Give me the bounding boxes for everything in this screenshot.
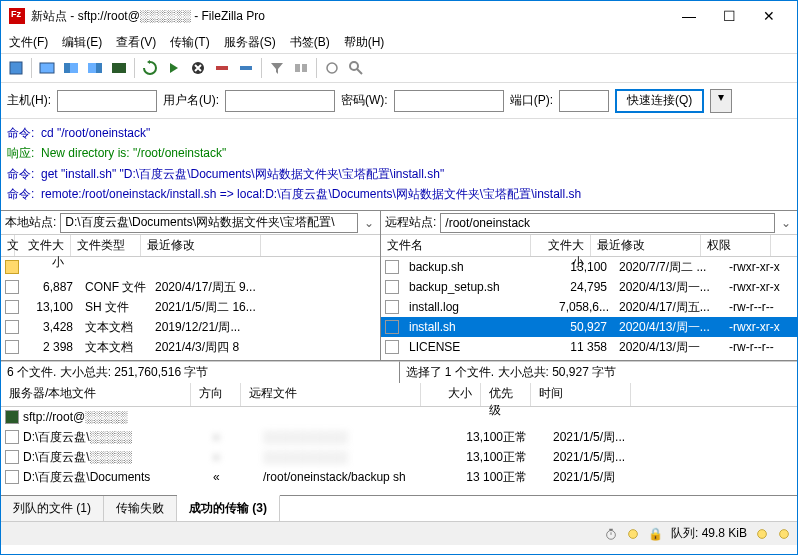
menu-edit[interactable]: 编辑(E): [58, 32, 106, 53]
list-item: backup.sh13,1002020/7/7/周二 ...-rwxr-xr-x: [381, 257, 797, 277]
queue-site-row[interactable]: sftp://root@░░░░░: [1, 407, 797, 427]
menu-view[interactable]: 查看(V): [112, 32, 160, 53]
menu-bookmarks[interactable]: 书签(B): [286, 32, 334, 53]
remote-file-list[interactable]: backup.sh13,1002020/7/7/周二 ...-rwxr-xr-x…: [381, 257, 797, 360]
file-icon: [385, 320, 399, 334]
timer-icon: [604, 527, 618, 541]
local-path-dropdown[interactable]: ⌄: [362, 216, 376, 230]
refresh-icon[interactable]: [139, 57, 161, 79]
queue-item[interactable]: D:\百度云盘\░░░░░«░░░░░░░░░░13,100正常2021/1/5…: [1, 427, 797, 447]
toggle-log-icon[interactable]: [36, 57, 58, 79]
disconnect-icon[interactable]: [211, 57, 233, 79]
user-label: 用户名(U):: [163, 92, 219, 109]
menu-server[interactable]: 服务器(S): [220, 32, 280, 53]
message-log: 命令: cd "/root/oneinstack" 响应: New direct…: [1, 119, 797, 211]
pass-input[interactable]: [394, 90, 504, 112]
server-icon: [5, 410, 19, 424]
port-label: 端口(P):: [510, 92, 553, 109]
file-icon: [5, 300, 19, 314]
folder-icon: [5, 260, 19, 274]
filter-icon[interactable]: [266, 57, 288, 79]
local-status: 6 个文件. 大小总共: 251,760,516 字节: [1, 361, 400, 383]
transfer-queue: 服务器/本地文件 方向 远程文件 大小 优先级 时间 sftp://root@░…: [1, 383, 797, 495]
svg-rect-1: [40, 63, 54, 73]
remote-pane: 远程站点: ⌄ 文件名 文件大小 最近修改 权限 backup.sh13,100…: [381, 211, 797, 360]
file-icon: [5, 430, 19, 444]
port-input[interactable]: [559, 90, 609, 112]
indicator-icon: [626, 527, 640, 541]
queue-item[interactable]: D:\百度云盘\░░░░░«░░░░░░░░░░13,100正常2021/1/5…: [1, 447, 797, 467]
minimize-button[interactable]: —: [669, 2, 709, 30]
menu-bar: 文件(F) 编辑(E) 查看(V) 传输(T) 服务器(S) 书签(B) 帮助(…: [1, 31, 797, 53]
list-item: [1, 257, 380, 277]
list-item: LICENSE11 3582020/4/13/周一-rw-r--r--: [381, 337, 797, 357]
user-input[interactable]: [225, 90, 335, 112]
svg-rect-8: [216, 66, 228, 70]
tab-queued[interactable]: 列队的文件 (1): [1, 496, 104, 521]
svg-rect-9: [240, 66, 252, 70]
local-pane: 本地站点: ⌄ 文 文件大小 文件类型 最近修改 6,887CONF 文件202…: [1, 211, 381, 360]
reconnect-icon[interactable]: [235, 57, 257, 79]
local-path-input[interactable]: [60, 213, 358, 233]
list-item: 3,428文本文档2019/12/21/周...: [1, 317, 380, 337]
file-icon: [5, 340, 19, 354]
menu-transfer[interactable]: 传输(T): [166, 32, 213, 53]
file-icon: [5, 280, 19, 294]
file-icon: [385, 260, 399, 274]
file-icon: [5, 470, 19, 484]
list-item: install.log7,058,6...2020/4/17/周五...-rw-…: [381, 297, 797, 317]
window-title: 新站点 - sftp://root@░░░░░░ - FileZilla Pro: [31, 8, 669, 25]
remote-site-label: 远程站点:: [385, 214, 436, 231]
list-item: 6,887CONF 文件2020/4/17/周五 9...: [1, 277, 380, 297]
queue-size: 队列: 49.8 KiB: [671, 525, 747, 542]
indicator-icon: [755, 527, 769, 541]
host-input[interactable]: [57, 90, 157, 112]
file-icon: [385, 280, 399, 294]
close-button[interactable]: ✕: [749, 2, 789, 30]
indicator-icon: [777, 527, 791, 541]
svg-point-18: [629, 529, 638, 538]
compare-icon[interactable]: [290, 57, 312, 79]
list-item: install.sh50,9272020/4/13/周一...-rwxr-xr-…: [381, 317, 797, 337]
queue-tabs: 列队的文件 (1) 传输失败 成功的传输 (3): [1, 495, 797, 521]
cancel-icon[interactable]: [187, 57, 209, 79]
toggle-local-tree-icon[interactable]: [60, 57, 82, 79]
svg-line-14: [357, 69, 362, 74]
remote-status: 选择了 1 个文件. 大小总共: 50,927 字节: [400, 361, 798, 383]
lock-icon: 🔒: [648, 527, 663, 541]
process-queue-icon[interactable]: [163, 57, 185, 79]
remote-path-input[interactable]: [440, 213, 775, 233]
tab-failed[interactable]: 传输失败: [104, 496, 177, 521]
site-manager-icon[interactable]: [5, 57, 27, 79]
tab-success[interactable]: 成功的传输 (3): [177, 495, 280, 521]
remote-list-header: 文件名 文件大小 最近修改 权限: [381, 235, 797, 257]
svg-rect-3: [64, 63, 70, 73]
svg-rect-0: [10, 62, 22, 74]
local-file-list[interactable]: 6,887CONF 文件2020/4/17/周五 9... 13,100SH 文…: [1, 257, 380, 360]
svg-rect-5: [96, 63, 102, 73]
toggle-queue-icon[interactable]: [108, 57, 130, 79]
local-list-header: 文 文件大小 文件类型 最近修改: [1, 235, 380, 257]
svg-point-13: [350, 62, 358, 70]
file-icon: [5, 450, 19, 464]
app-icon: [9, 8, 25, 24]
sync-browse-icon[interactable]: [321, 57, 343, 79]
quickconnect-dropdown[interactable]: ▾: [710, 89, 732, 113]
file-icon: [385, 300, 399, 314]
menu-file[interactable]: 文件(F): [5, 32, 52, 53]
svg-rect-6: [112, 63, 126, 73]
svg-rect-17: [609, 528, 613, 530]
toggle-remote-tree-icon[interactable]: [84, 57, 106, 79]
quickconnect-button[interactable]: 快速连接(Q): [615, 89, 704, 113]
list-item: 13,100SH 文件2021/1/5/周二 16...: [1, 297, 380, 317]
host-label: 主机(H):: [7, 92, 51, 109]
svg-rect-11: [302, 64, 307, 72]
svg-point-19: [758, 529, 767, 538]
search-icon[interactable]: [345, 57, 367, 79]
svg-point-20: [780, 529, 789, 538]
maximize-button[interactable]: ☐: [709, 2, 749, 30]
queue-item[interactable]: D:\百度云盘\Documents«/root/oneinstack/backu…: [1, 467, 797, 487]
remote-path-dropdown[interactable]: ⌄: [779, 216, 793, 230]
menu-help[interactable]: 帮助(H): [340, 32, 389, 53]
toolbar: [1, 53, 797, 83]
